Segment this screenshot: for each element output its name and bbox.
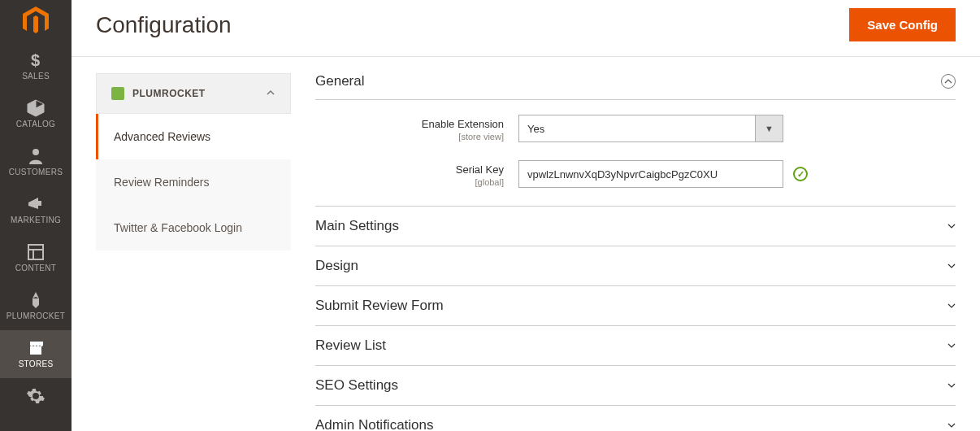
person-icon [26,146,46,164]
section-submit-review-form[interactable]: Submit Review Form [315,286,956,326]
nav-label: STORES [19,359,54,368]
section-title: Main Settings [315,218,399,234]
config-sidebar: PLUMROCKET Advanced Reviews Review Remin… [96,73,291,431]
nav-label: MARKETING [11,216,61,224]
section-title: Admin Notifications [315,417,434,431]
section-title: Design [315,258,358,274]
select-value: Yes [519,115,755,141]
sidebar-item-twitter-facebook-login[interactable]: Twitter & Facebook Login [96,205,291,250]
sidebar-item-review-reminders[interactable]: Review Reminders [96,159,291,205]
nav-catalog[interactable]: CATALOG [0,90,72,138]
section-main-settings[interactable]: Main Settings [315,207,956,246]
chevron-down-icon [947,340,956,352]
section-general-body: Enable Extension [store view] Yes ▼ Seri… [315,100,956,207]
sidebar-group-label: PLUMROCKET [132,88,258,99]
magento-logo[interactable] [0,0,72,42]
field-label: Serial Key [456,163,504,176]
nav-label: PLUMROCKET [7,311,65,320]
field-scope: [global] [315,177,504,187]
section-title: Submit Review Form [315,298,444,314]
svg-text:$: $ [31,51,40,69]
admin-left-nav: $ SALES CATALOG CUSTOMERS MARKETING [0,0,72,431]
svg-rect-6 [30,346,41,355]
section-design[interactable]: Design [315,246,956,286]
section-title: Review List [315,337,386,354]
enable-extension-select[interactable]: Yes ▼ [518,115,783,142]
magento-logo-icon [23,7,49,36]
nav-sales[interactable]: $ SALES [0,42,72,90]
row-serial-key: Serial Key [global] ✓ [315,160,956,188]
svg-point-1 [33,149,39,155]
section-admin-notifications[interactable]: Admin Notifications [315,406,956,431]
nav-label: CONTENT [15,263,56,272]
chevron-down-icon: ▼ [755,115,783,141]
megaphone-icon [26,194,46,212]
cube-icon [26,98,46,116]
nav-label: SALES [22,72,50,81]
sidebar-group-plumrocket[interactable]: PLUMROCKET [96,73,291,114]
nav-system[interactable] [0,378,72,407]
gear-icon [26,386,46,404]
save-config-button[interactable]: Save Config [849,8,956,41]
nav-content[interactable]: CONTENT [0,234,72,282]
sidebar-item-advanced-reviews[interactable]: Advanced Reviews [96,114,291,159]
nav-plumrocket[interactable]: PLUMROCKET [0,282,72,330]
section-title: General [315,73,364,89]
chevron-down-icon [947,300,956,312]
chevron-up-icon [941,74,956,89]
page-header: Configuration Save Config [72,0,980,57]
check-icon: ✓ [793,167,808,181]
nav-label: CATALOG [16,120,55,128]
chevron-down-icon [947,260,956,272]
chevron-down-icon [947,220,956,233]
config-panel: General Enable Extension [store view] Ye… [315,73,956,431]
section-title: SEO Settings [315,377,398,394]
nav-marketing[interactable]: MARKETING [0,186,72,234]
nav-label: CUSTOMERS [9,168,63,176]
chevron-up-icon [266,88,275,100]
page-title: Configuration [96,12,232,38]
serial-key-input[interactable] [518,160,783,188]
nav-customers[interactable]: CUSTOMERS [0,138,72,186]
field-label: Enable Extension [422,118,504,130]
plumrocket-icon [111,87,124,100]
layout-icon [26,242,46,260]
chevron-down-icon [947,420,956,432]
row-enable-extension: Enable Extension [store view] Yes ▼ [315,115,956,142]
main-area: Configuration Save Config PLUMROCKET Adv… [72,0,980,431]
svg-rect-2 [38,201,41,206]
section-review-list[interactable]: Review List [315,326,956,366]
svg-rect-3 [28,245,43,259]
chevron-down-icon [947,380,956,392]
section-general-head[interactable]: General [315,73,956,100]
field-scope: [store view] [315,132,504,141]
store-icon [26,338,46,356]
dollar-icon: $ [26,50,46,68]
nav-stores[interactable]: STORES [0,330,72,378]
rocket-icon [26,290,46,308]
section-seo-settings[interactable]: SEO Settings [315,366,956,406]
